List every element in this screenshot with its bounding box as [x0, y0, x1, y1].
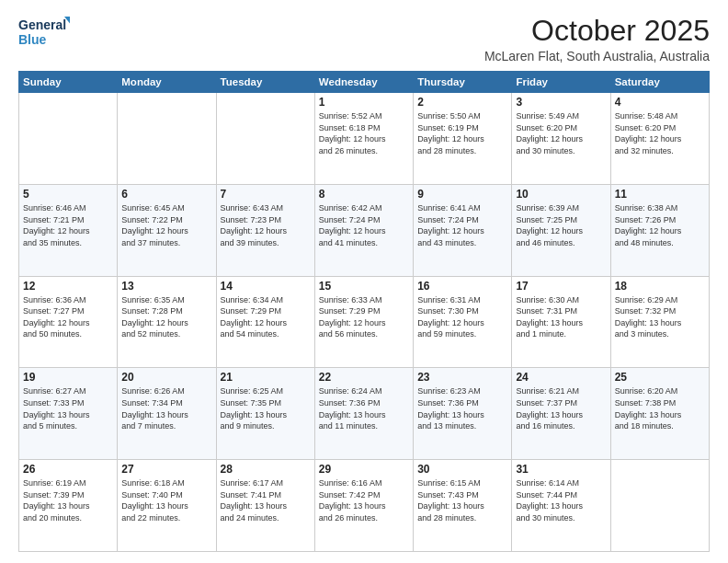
weekday-wednesday: Wednesday — [314, 72, 413, 93]
weekday-saturday: Saturday — [610, 72, 709, 93]
table-row: 4Sunrise: 5:48 AMSunset: 6:20 PMDaylight… — [610, 93, 709, 185]
table-row: 21Sunrise: 6:25 AMSunset: 7:35 PMDayligh… — [216, 368, 314, 460]
table-row: 27Sunrise: 6:18 AMSunset: 7:40 PMDayligh… — [118, 460, 216, 552]
table-row: 30Sunrise: 6:15 AMSunset: 7:43 PMDayligh… — [414, 460, 512, 552]
table-row: 28Sunrise: 6:17 AMSunset: 7:41 PMDayligh… — [216, 460, 314, 552]
table-row: 6Sunrise: 6:45 AMSunset: 7:22 PMDaylight… — [118, 184, 216, 276]
weekday-monday: Monday — [118, 72, 216, 93]
calendar-subtitle: McLaren Flat, South Australia, Australia — [484, 49, 710, 63]
table-row: 22Sunrise: 6:24 AMSunset: 7:36 PMDayligh… — [314, 368, 413, 460]
table-row: 10Sunrise: 6:39 AMSunset: 7:25 PMDayligh… — [512, 184, 610, 276]
table-row: 8Sunrise: 6:42 AMSunset: 7:24 PMDaylight… — [314, 184, 413, 276]
table-row: 18Sunrise: 6:29 AMSunset: 7:32 PMDayligh… — [610, 276, 709, 368]
table-row: 16Sunrise: 6:31 AMSunset: 7:30 PMDayligh… — [414, 276, 512, 368]
svg-text:General: General — [18, 17, 66, 32]
table-row — [216, 93, 314, 185]
table-row: 11Sunrise: 6:38 AMSunset: 7:26 PMDayligh… — [610, 184, 709, 276]
table-row: 15Sunrise: 6:33 AMSunset: 7:29 PMDayligh… — [314, 276, 413, 368]
table-row — [19, 93, 118, 185]
table-row: 29Sunrise: 6:16 AMSunset: 7:42 PMDayligh… — [314, 460, 413, 552]
table-row: 25Sunrise: 6:20 AMSunset: 7:38 PMDayligh… — [610, 368, 709, 460]
table-row: 13Sunrise: 6:35 AMSunset: 7:28 PMDayligh… — [118, 276, 216, 368]
table-row: 31Sunrise: 6:14 AMSunset: 7:44 PMDayligh… — [512, 460, 610, 552]
table-row: 3Sunrise: 5:49 AMSunset: 6:20 PMDaylight… — [512, 93, 610, 185]
calendar-table: Sunday Monday Tuesday Wednesday Thursday… — [18, 71, 710, 552]
weekday-tuesday: Tuesday — [216, 72, 314, 93]
table-row: 1Sunrise: 5:52 AMSunset: 6:18 PMDaylight… — [314, 93, 413, 185]
table-row: 14Sunrise: 6:34 AMSunset: 7:29 PMDayligh… — [216, 276, 314, 368]
logo: General Blue — [18, 15, 70, 50]
svg-text:Blue: Blue — [18, 32, 47, 47]
table-row — [610, 460, 709, 552]
table-row: 5Sunrise: 6:46 AMSunset: 7:21 PMDaylight… — [19, 184, 118, 276]
table-row — [118, 93, 216, 185]
table-row: 19Sunrise: 6:27 AMSunset: 7:33 PMDayligh… — [19, 368, 118, 460]
table-row: 12Sunrise: 6:36 AMSunset: 7:27 PMDayligh… — [19, 276, 118, 368]
table-row: 17Sunrise: 6:30 AMSunset: 7:31 PMDayligh… — [512, 276, 610, 368]
table-row: 20Sunrise: 6:26 AMSunset: 7:34 PMDayligh… — [118, 368, 216, 460]
table-row: 9Sunrise: 6:41 AMSunset: 7:24 PMDaylight… — [414, 184, 512, 276]
table-row: 2Sunrise: 5:50 AMSunset: 6:19 PMDaylight… — [414, 93, 512, 185]
calendar-title: October 2025 — [484, 15, 710, 47]
weekday-sunday: Sunday — [19, 72, 118, 93]
weekday-friday: Friday — [512, 72, 610, 93]
weekday-thursday: Thursday — [414, 72, 512, 93]
table-row: 23Sunrise: 6:23 AMSunset: 7:36 PMDayligh… — [414, 368, 512, 460]
table-row: 24Sunrise: 6:21 AMSunset: 7:37 PMDayligh… — [512, 368, 610, 460]
table-row: 7Sunrise: 6:43 AMSunset: 7:23 PMDaylight… — [216, 184, 314, 276]
table-row: 26Sunrise: 6:19 AMSunset: 7:39 PMDayligh… — [19, 460, 118, 552]
